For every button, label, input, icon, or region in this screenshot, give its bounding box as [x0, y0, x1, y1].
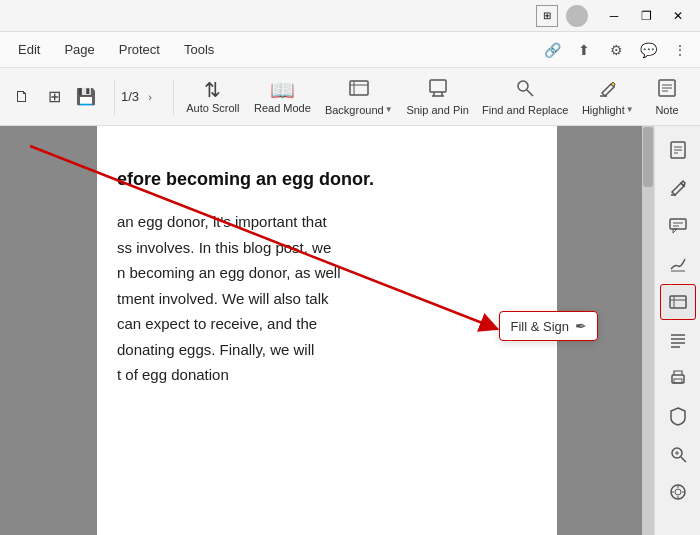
menu-edit[interactable]: Edit [8, 38, 50, 61]
doc-line-4: tment involved. We will also talk [117, 290, 328, 307]
sidebar-print-icon[interactable] [660, 360, 696, 396]
sidebar-doc-icon[interactable] [660, 132, 696, 168]
divider-1 [114, 79, 115, 115]
svg-rect-0 [350, 81, 368, 95]
page-navigation: 1/3 › [121, 88, 159, 106]
snip-pin-label: Snip and Pin [406, 104, 468, 116]
find-replace-btn[interactable]: Find and Replace [477, 72, 574, 122]
background-label-wrap: Background ▼ [325, 102, 393, 116]
fill-sign-label: Fill & Sign [510, 319, 569, 334]
sidebar-fill-sign-icon[interactable] [660, 284, 696, 320]
close-button[interactable]: ✕ [664, 5, 692, 27]
doc-line-2: ss involves. In this blog post, we [117, 239, 331, 256]
sidebar-comment-icon[interactable] [660, 208, 696, 244]
share-icon[interactable]: ⬆ [572, 38, 596, 62]
highlight-btn[interactable]: Highlight ▼ [576, 72, 640, 122]
sidebar-align-icon[interactable] [660, 322, 696, 358]
main-area: efore becoming an egg donor. an egg dono… [0, 126, 700, 535]
title-bar-controls: ─ ❐ ✕ [600, 5, 692, 27]
svg-line-34 [681, 457, 686, 462]
sidebar-edit-icon[interactable] [660, 170, 696, 206]
auto-scroll-label: Auto Scroll [186, 102, 239, 114]
snip-pin-btn[interactable]: Snip and Pin [400, 72, 474, 122]
note-btn[interactable]: Note [642, 72, 692, 122]
note-icon [656, 77, 678, 102]
restore-button[interactable]: ❐ [632, 5, 660, 27]
auto-scroll-icon: ⇅ [204, 80, 221, 100]
menu-protect[interactable]: Protect [109, 38, 170, 61]
save-btn[interactable]: 💾 [72, 83, 100, 111]
highlight-label-wrap: Highlight ▼ [582, 102, 634, 116]
menu-bar: Edit Page Protect Tools 🔗 ⬆ ⚙ 💬 ⋮ [0, 32, 700, 68]
read-mode-btn[interactable]: 📖 Read Mode [248, 72, 317, 122]
svg-rect-3 [430, 80, 446, 92]
find-replace-icon [514, 77, 536, 102]
sidebar-target-icon[interactable] [660, 474, 696, 510]
page-number: 1/3 [121, 89, 139, 104]
background-label: Background [325, 104, 384, 116]
menu-tools[interactable]: Tools [174, 38, 224, 61]
svg-line-8 [527, 90, 533, 96]
avatar [566, 5, 588, 27]
svg-rect-20 [670, 219, 686, 229]
comment-icon[interactable]: 💬 [636, 38, 660, 62]
doc-area: efore becoming an egg donor. an egg dono… [0, 126, 654, 535]
background-icon [348, 77, 370, 102]
link-icon[interactable]: 🔗 [540, 38, 564, 62]
find-replace-label: Find and Replace [482, 104, 568, 116]
read-mode-label: Read Mode [254, 102, 311, 114]
doc-line-6: donating eggs. Finally, we will [117, 341, 314, 358]
highlight-icon [597, 77, 619, 102]
svg-rect-24 [670, 296, 686, 308]
doc-line-7: t of egg donation [117, 366, 229, 383]
menu-page[interactable]: Page [54, 38, 104, 61]
svg-point-7 [518, 81, 528, 91]
more-icon[interactable]: ⋮ [668, 38, 692, 62]
read-mode-icon: 📖 [270, 80, 295, 100]
highlight-label: Highlight [582, 104, 625, 116]
scrollbar-thumb[interactable] [643, 127, 653, 187]
next-page-btn[interactable]: › [141, 88, 159, 106]
background-btn[interactable]: Background ▼ [319, 72, 398, 122]
right-sidebar [654, 126, 700, 535]
doc-line-3: n becoming an egg donor, as well [117, 264, 340, 281]
svg-point-38 [675, 489, 681, 495]
fill-sign-icon: ✒ [575, 318, 587, 334]
doc-body: an egg donor, it's important that ss inv… [117, 209, 527, 388]
doc-heading: efore becoming an egg donor. [117, 166, 527, 193]
auto-scroll-btn[interactable]: ⇅ Auto Scroll [180, 72, 246, 122]
background-dropdown-arrow: ▼ [385, 105, 393, 114]
doc-scrollbar[interactable] [642, 126, 654, 535]
toolbar: 🗋 ⊞ 💾 1/3 › ⇅ Auto Scroll 📖 Read Mode Ba… [0, 68, 700, 126]
title-bar: ⊞ ─ ❐ ✕ [0, 0, 700, 32]
sidebar-sign-icon[interactable] [660, 246, 696, 282]
fill-sign-popup[interactable]: Fill & Sign ✒ [499, 311, 598, 341]
sidebar-zoom-icon[interactable] [660, 436, 696, 472]
minimize-button[interactable]: ─ [600, 5, 628, 27]
settings-icon[interactable]: ⚙ [604, 38, 628, 62]
divider-2 [173, 79, 174, 115]
doc-line-5: can expect to receive, and the [117, 315, 317, 332]
view-mode-btn[interactable]: ⊞ [40, 83, 68, 111]
view-icon: ⊞ [536, 5, 558, 27]
toolbar-left: 🗋 ⊞ 💾 [8, 83, 100, 111]
new-doc-btn[interactable]: 🗋 [8, 83, 36, 111]
note-label: Note [655, 104, 678, 116]
snip-pin-icon [427, 77, 449, 102]
menu-bar-right: 🔗 ⬆ ⚙ 💬 ⋮ [540, 38, 692, 62]
highlight-dropdown-arrow: ▼ [626, 105, 634, 114]
doc-line-1: an egg donor, it's important that [117, 213, 327, 230]
sidebar-protect-icon[interactable] [660, 398, 696, 434]
doc-page: efore becoming an egg donor. an egg dono… [97, 126, 557, 535]
